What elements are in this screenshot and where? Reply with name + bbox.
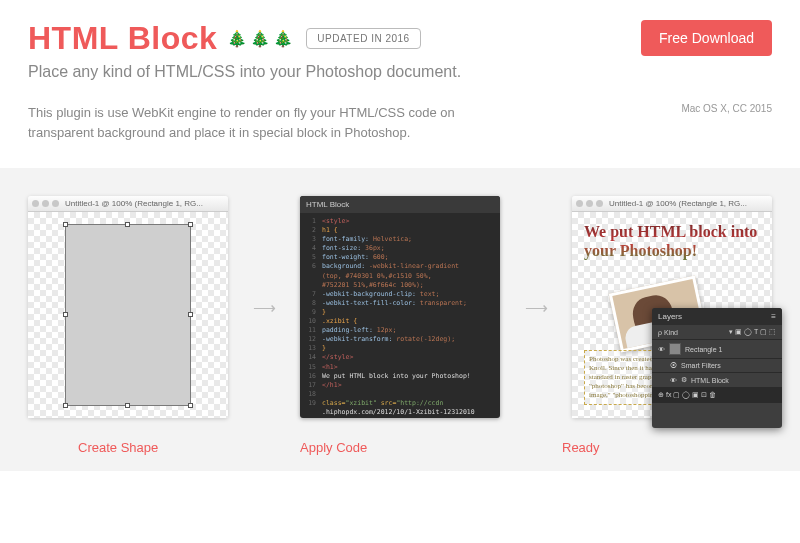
step-ready: Untitled-1 @ 100% (Rectangle 1, RG... We…	[572, 196, 772, 418]
subtitle: Place any kind of HTML/CSS into your Pho…	[28, 63, 461, 81]
updated-badge: UPDATED IN 2016	[306, 28, 420, 49]
description-text: This plugin is use WebKit engine to rend…	[28, 103, 458, 142]
arrow-icon: ⟶	[253, 298, 276, 317]
layer-item[interactable]: 👁Rectangle 1	[652, 340, 782, 359]
layers-kind-row: ρ Kind▾ ▣ ◯ T ▢ ⬚	[652, 325, 782, 340]
step-apply-code: HTML Block 1<style>2 h1 {3 font-family: …	[300, 196, 500, 418]
window-title: Untitled-1 @ 100% (Rectangle 1, RG...	[609, 199, 747, 208]
step-caption: Ready	[522, 440, 722, 455]
step-caption: Create Shape	[78, 440, 278, 455]
result-headline: We put HTML block into your Photoshop!	[584, 222, 760, 260]
system-requirements: Mac OS X, CC 2015	[681, 103, 772, 114]
layer-item[interactable]: ⦿Smart Filters	[652, 359, 782, 373]
photoshop-canvas	[28, 212, 228, 418]
download-button[interactable]: Free Download	[641, 20, 772, 56]
rectangle-shape	[65, 224, 191, 406]
tree-icons: 🎄🎄🎄	[227, 29, 296, 48]
window-titlebar: Untitled-1 @ 100% (Rectangle 1, RG...	[28, 196, 228, 212]
window-title: Untitled-1 @ 100% (Rectangle 1, RG...	[65, 199, 203, 208]
layer-item[interactable]: 👁⚙HTML Block	[652, 373, 782, 388]
step-caption: Apply Code	[300, 440, 500, 455]
layers-panel: Layers≡ ρ Kind▾ ▣ ◯ T ▢ ⬚ 👁Rectangle 1 ⦿…	[652, 308, 782, 428]
layers-toolbar: ⊕ fx ▢ ◯ ▣ ⊡ 🗑	[652, 388, 782, 403]
code-editor: 1<style>2 h1 {3 font-family: Helvetica;4…	[300, 213, 500, 418]
arrow-icon: ⟶	[525, 298, 548, 317]
page-title: HTML Block	[28, 20, 217, 57]
window-titlebar: Untitled-1 @ 100% (Rectangle 1, RG...	[572, 196, 772, 212]
code-panel-title: HTML Block	[300, 196, 500, 213]
layers-title: Layers	[658, 312, 682, 321]
step-create-shape: Untitled-1 @ 100% (Rectangle 1, RG...	[28, 196, 228, 418]
